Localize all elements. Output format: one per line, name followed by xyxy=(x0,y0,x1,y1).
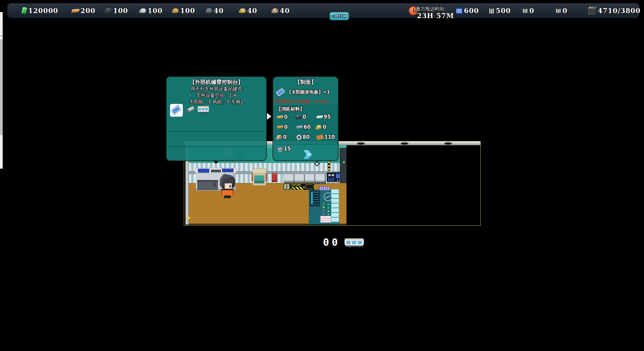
item-slot-train-car[interactable] xyxy=(198,105,209,114)
train-badge-underframe xyxy=(345,245,363,246)
material-value: 0 xyxy=(303,114,306,120)
sink-basin xyxy=(254,175,264,183)
yellow-ore-icon xyxy=(240,8,246,13)
resource-gold: 100 xyxy=(173,3,195,18)
option-button[interactable]: ⚙ OPTION xyxy=(330,12,349,20)
silver-ingot-icon xyxy=(316,115,323,118)
player-character[interactable] xyxy=(219,175,235,198)
material-pale-ore: 0 xyxy=(277,134,297,140)
ammo-small-icon xyxy=(556,9,557,13)
copper-ingot-icon xyxy=(71,9,80,13)
resource-value: 600 xyxy=(464,7,479,15)
resource-yellow-ore: 40 xyxy=(240,3,257,18)
circuit-chip-icon xyxy=(277,147,283,151)
ammo-large-icon xyxy=(489,8,490,13)
item-slot-solar-panel-selected[interactable] xyxy=(170,104,183,117)
resource-ammo-small: 0 xyxy=(556,3,568,18)
resource-copper: 200 xyxy=(72,3,96,18)
exit-left-arrow-icon[interactable] xyxy=(186,216,189,220)
scrollbar-arrow-icon[interactable] xyxy=(0,35,2,37)
dialog-desc-line: 用于列车外部设备的建造 xyxy=(167,86,266,92)
car-counter: 0 0 xyxy=(323,236,338,248)
machine-label-card xyxy=(320,216,331,223)
material-value: 60 xyxy=(304,124,311,130)
copper-pipes-icon xyxy=(316,134,324,140)
resource-money: 120000 xyxy=(22,3,58,18)
material-value: 0 xyxy=(284,114,287,120)
resource-energy: 600 xyxy=(456,3,479,18)
sink-unit[interactable] xyxy=(252,165,267,188)
steel-ingot-icon xyxy=(296,125,303,128)
console-screen-right xyxy=(222,169,233,172)
gold-ore-icon xyxy=(316,125,322,129)
resource-value: 40 xyxy=(280,7,290,15)
resource-value: 200 xyxy=(80,7,96,15)
material-coal: 0 xyxy=(297,114,317,120)
panel-divider xyxy=(167,131,265,132)
rare-ore-icon xyxy=(272,8,278,13)
material-value: 95 xyxy=(324,114,331,120)
machine-top-panel xyxy=(319,186,330,190)
material-circuit-chip: 15 xyxy=(277,146,291,152)
console-cabinet xyxy=(197,180,218,190)
copper-ingot-icon xyxy=(277,115,283,118)
roof-vent-icon xyxy=(357,142,365,145)
material-wire-coil: 80 xyxy=(297,134,317,140)
scrollbar-thumb[interactable] xyxy=(0,39,3,135)
material-value: 0 xyxy=(323,124,326,130)
resource-value: 100 xyxy=(148,7,163,15)
top-resource-bar: 120000 200 100 100 100 40 40 40 敌方抵达时间 2… xyxy=(7,3,639,18)
gold-ore-icon xyxy=(173,8,179,13)
craft-item-name: 【太阳能发电板】+1 xyxy=(287,89,330,95)
next-page-arrow-icon[interactable] xyxy=(267,113,271,120)
material-value: 0 xyxy=(284,124,287,130)
train-car-wheel xyxy=(205,112,207,114)
character-eye xyxy=(229,185,231,187)
resource-value: 40 xyxy=(247,7,257,15)
console-screen-left xyxy=(198,169,209,173)
craft-ok-button[interactable]: OK xyxy=(304,150,312,159)
machine-led-lights xyxy=(323,203,324,204)
resource-value: 0 xyxy=(529,7,534,15)
resource-ammo-medium: 0 xyxy=(523,3,534,18)
craft-item-row: 【太阳能发电板】+1 xyxy=(276,88,338,97)
machine-side-screen xyxy=(310,190,320,207)
resource-rare-ore: 40 xyxy=(273,3,290,18)
materials-box: 【消耗材料】 0 0 95 0 60 xyxy=(275,105,338,145)
resource-ammo-large: 500 xyxy=(489,3,511,18)
item-slot-wind-turbine[interactable] xyxy=(186,106,196,113)
material-value: 15 xyxy=(284,146,291,152)
fire-extinguisher-locker xyxy=(272,173,277,182)
counter-left-value: 0 xyxy=(323,236,329,248)
material-value: 110 xyxy=(324,134,335,140)
solar-panel-icon xyxy=(171,105,181,115)
train-badge-wheel xyxy=(358,246,360,247)
train-car-window xyxy=(199,108,201,110)
train-badge-window xyxy=(346,241,351,244)
train-car-wheel xyxy=(199,112,201,114)
resource-cargo: 4710/3800 xyxy=(588,3,641,18)
enemy-arrival-time: 23H 57M xyxy=(417,12,454,20)
train-car-window xyxy=(202,108,204,110)
roof-vent-icon xyxy=(444,142,452,145)
craft-item-effect: 利用阳光产生电能 +0.3/分 xyxy=(275,99,339,105)
resource-coal: 100 xyxy=(106,3,128,18)
resource-value: 100 xyxy=(180,7,195,15)
ok-button-label: OK xyxy=(307,153,311,156)
material-copper-pipes: 110 xyxy=(317,134,337,140)
hazard-stripes xyxy=(290,187,305,190)
material-steel: 60 xyxy=(297,124,317,130)
character-hair-bun xyxy=(222,174,228,179)
resource-value: 0 xyxy=(562,7,568,15)
fabricator-machine[interactable] xyxy=(309,186,339,225)
coal-ore-icon xyxy=(296,115,302,119)
money-gem-icon xyxy=(21,7,28,15)
enemy-arrival-label: 敌方抵达时间 xyxy=(416,6,444,12)
resource-value: 40 xyxy=(214,7,224,15)
material-value: 80 xyxy=(303,134,310,140)
material-silver: 95 xyxy=(317,114,337,120)
character-feet xyxy=(224,195,231,198)
materials-grid: 0 0 95 0 60 0 xyxy=(277,114,337,140)
console-dialog: 【外部机械臂控制台】 用于列车外部设备的建造 车外设备空间：1/4 太阳能：1 … xyxy=(166,76,267,161)
resource-dark-ore: 40 xyxy=(207,3,224,18)
